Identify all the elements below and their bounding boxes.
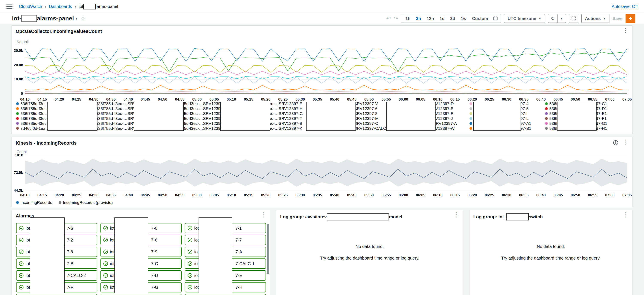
alarm-label-suffix: 7-9 [151,249,157,254]
actions-dropdown[interactable]: Actions ▼ [581,14,610,23]
x-tick-label: 06:35 [519,193,528,197]
redaction-box [83,4,96,10]
x-tick-label: 04:15 [37,97,46,102]
x-tick-label: 06:30 [502,193,511,197]
timezone-dropdown[interactable]: UTC timezone ▼ [504,14,545,23]
legend-item[interactable]: IncomingRecords (previsto) [58,200,113,205]
dashboard-toolbar: ↶ ↷ 1h 3h 12h 1d 3d 1w Custom UTC timezo… [386,14,636,23]
redaction-box [557,102,596,131]
scrollbar[interactable] [267,224,269,274]
redo-button[interactable]: ↷ [394,16,399,21]
widget-menu-kebab-icon[interactable]: ⋮ [623,212,629,218]
chart-legend: IncomingRecordsIncomingRecords (previsto… [16,200,113,205]
widget-menu-kebab-icon[interactable]: ⋮ [260,212,266,218]
x-tick-label: 04:25 [72,97,81,102]
x-tick-label: 04:30 [89,193,98,197]
series-color-dot [16,201,19,204]
redaction-box [220,102,270,131]
x-tick-label: 07:00 [605,97,614,102]
time-range-3d[interactable]: 3d [447,16,458,21]
favorite-star-icon[interactable]: ☆ [80,15,86,22]
series-color-dot [545,102,548,105]
x-tick-label: 05:05 [210,97,219,102]
menu-icon[interactable] [6,5,12,9]
x-tick-label: 05:45 [347,97,356,102]
series-color-dot [470,112,472,115]
x-tick-label: 04:40 [124,193,133,197]
kinesis-line-chart[interactable] [25,156,627,191]
alarm-label-suffix: 7-G [151,285,158,290]
y-tick-label: 101k [15,153,23,157]
log-title-prefix: Log group: iot_ [473,214,506,219]
series-color-dot [470,117,472,120]
refresh-options-dropdown[interactable]: ▼ [557,15,566,23]
alarm-item[interactable]: iot-7-I [16,294,97,295]
add-widget-button[interactable]: + [626,14,636,23]
series-color-dot [470,102,472,105]
timezone-label: UTC timezone [508,16,536,21]
check-circle-icon [103,226,108,231]
refresh-split-button: ↻ ▼ [548,14,566,23]
alarm-item[interactable]: iot-7-J [100,294,182,295]
x-tick-label: 05:00 [192,193,202,197]
no-data-message: No data found. Try adjusting the dashboa… [470,244,632,261]
x-tick-label: 06:35 [519,97,528,102]
time-range-custom[interactable]: Custom [469,16,491,21]
widget-opcua-incoming-values: OpcUaCollector.IncomingValuesCount ⋮ No … [12,25,632,134]
time-range-3h[interactable]: 3h [413,16,424,21]
widget-menu-kebab-icon[interactable]: ⋮ [623,139,629,145]
fullscreen-button[interactable] [569,14,578,23]
x-tick-label: 05:55 [382,97,391,102]
log-title-suffix: model [389,214,402,219]
x-tick-label: 05:10 [227,193,236,197]
opcua-line-chart[interactable] [25,47,627,94]
series-color-dot [16,127,19,130]
widget-menu-kebab-icon[interactable]: ⋮ [623,27,629,33]
save-button[interactable]: Save [612,16,622,21]
x-tick-label: 06:10 [433,97,442,102]
undo-button[interactable]: ↶ [386,16,391,21]
x-tick-label: 06:45 [554,193,563,197]
redaction-box [30,217,64,293]
x-tick-label: 05:05 [210,193,219,197]
time-range-selector: 1h 3h 12h 1d 3d 1w Custom [402,14,501,23]
x-tick-label: 05:15 [244,97,253,102]
legend-item[interactable]: IncomingRecords [16,200,52,205]
breadcrumb-cloudwatch[interactable]: CloudWatch [19,4,42,9]
breadcrumb: CloudWatch › Dashboards › iot larms-pane… [19,4,118,10]
redaction-box [506,213,529,220]
x-tick-label: 06:40 [536,193,546,197]
chevron-down-icon[interactable]: ▾ [76,16,78,21]
alarm-label-suffix: 7-2 [67,238,73,242]
breadcrumb-dashboards[interactable]: Dashboards [49,4,72,9]
redaction-box [306,102,356,131]
calendar-icon[interactable] [491,16,500,21]
widget-title: Kinesis - IncomingRecords [16,140,77,146]
alarm-label-suffix: 7-0 [151,226,157,231]
check-circle-icon [19,285,24,290]
series-color-dot [470,127,472,130]
time-range-1d[interactable]: 1d [437,16,447,21]
widget-menu-kebab-icon[interactable]: ⋮ [454,212,460,218]
x-tick-label: 04:15 [37,193,46,197]
series-color-dot [470,107,472,110]
alarm-item[interactable]: iot-7-K [185,294,266,295]
x-tick-label: 06:20 [468,193,477,197]
autosave-toggle[interactable]: Autosave: Off [612,4,638,9]
time-range-12h[interactable]: 12h [424,16,437,21]
check-circle-icon [103,273,108,278]
time-range-1h[interactable]: 1h [403,16,413,21]
redaction-box [198,217,232,293]
chevron-down-icon: ▼ [603,17,606,20]
x-tick-label: 04:55 [175,97,184,102]
info-icon[interactable] [613,140,618,146]
alarm-label-suffix: 7-6 [151,238,157,242]
top-navigation-bar: CloudWatch › Dashboards › iot larms-pane… [0,0,644,13]
dashboard-title-suffix: alarms-panel [37,15,74,22]
x-tick-label: 05:25 [278,97,288,102]
x-tick-label: 05:55 [382,193,391,197]
refresh-button[interactable]: ↻ [548,15,557,23]
x-tick-label: 06:15 [450,193,460,197]
time-range-1w[interactable]: 1w [458,16,469,21]
series-color-dot [16,102,19,105]
